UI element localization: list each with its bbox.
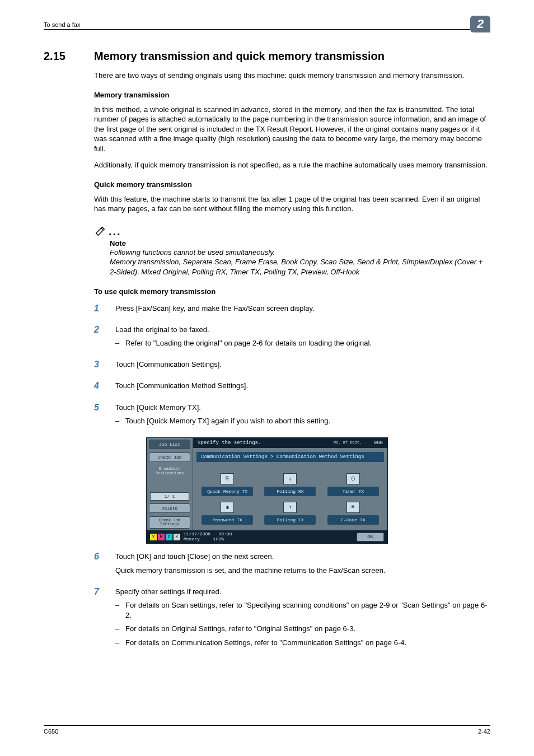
status-time: 00:08 bbox=[218, 531, 232, 536]
breadcrumb: Communication Settings > Communication M… bbox=[196, 451, 384, 462]
toner-y-icon: Y bbox=[150, 534, 157, 540]
prompt-text: Specify the settings. bbox=[198, 440, 261, 446]
step-subitem: For details on Original Settings, refer … bbox=[115, 624, 490, 634]
note-line2: Memory transmission, Separate Scan, Fram… bbox=[110, 257, 490, 277]
step-subitem: For details on Scan settings, refer to "… bbox=[115, 600, 490, 620]
running-header-title: To send a fax bbox=[44, 21, 80, 28]
section-number: 2.15 bbox=[44, 50, 81, 63]
quick-memory-tx-button[interactable]: Quick Memory TX bbox=[202, 487, 253, 496]
step-subitem: Refer to "Loading the original" on page … bbox=[115, 338, 490, 348]
polling-tx-icon: ⇡ bbox=[283, 502, 297, 513]
dest-count-value: 000 bbox=[374, 440, 383, 446]
note-ellipsis-icon: ... bbox=[109, 225, 121, 238]
polling-rx-icon: ⇣ bbox=[283, 473, 297, 484]
dest-count-label: No. of Dest. bbox=[334, 441, 362, 445]
ok-button[interactable]: OK bbox=[357, 533, 384, 542]
timer-tx-icon: ⏲ bbox=[346, 473, 360, 484]
status-memory-label: Memory bbox=[184, 536, 200, 542]
step-text: Press [Fax/Scan] key, and make the Fax/S… bbox=[115, 304, 490, 314]
f-code-tx-icon: ≡ bbox=[346, 502, 360, 513]
step-text: Specify other settings if required. bbox=[115, 587, 490, 597]
check-job-button[interactable]: Check Job bbox=[149, 452, 190, 462]
password-tx-button[interactable]: Password TX bbox=[202, 515, 253, 525]
step-text: Touch [Quick Memory TX]. bbox=[115, 403, 490, 413]
memory-transmission-p1: In this method, a whole original is scan… bbox=[94, 105, 490, 154]
section-intro: There are two ways of sending originals … bbox=[94, 71, 490, 81]
status-date: 11/17/2006 bbox=[184, 531, 210, 536]
step-text: Touch [OK] and touch [Close] on the next… bbox=[115, 552, 490, 562]
memory-transmission-p2: Additionally, if quick memory transmissi… bbox=[94, 160, 490, 170]
polling-tx-button[interactable]: Polling TX bbox=[264, 515, 316, 525]
password-tx-icon: ✱ bbox=[221, 502, 234, 513]
device-screenshot: Job List Check Job Broadcast Destination… bbox=[146, 437, 388, 544]
step-number: 4 bbox=[94, 381, 104, 394]
heading-memory-transmission: Memory transmission bbox=[94, 91, 490, 99]
footer-model: C650 bbox=[44, 728, 58, 735]
step-subitem: Touch [Quick Memory TX] again if you wis… bbox=[115, 416, 490, 426]
quick-memory-transmission-p1: With this feature, the machine starts to… bbox=[94, 194, 490, 214]
toner-m-icon: M bbox=[158, 534, 165, 540]
heading-quick-memory-transmission: Quick memory transmission bbox=[94, 180, 490, 189]
timer-tx-button[interactable]: Timer TX bbox=[327, 487, 379, 496]
toner-levels: Y M C K bbox=[150, 534, 180, 540]
section-title: Memory transmission and quick memory tra… bbox=[94, 50, 385, 63]
step-number: 1 bbox=[94, 304, 104, 317]
job-list-button[interactable]: Job List bbox=[149, 440, 190, 449]
toner-k-icon: K bbox=[174, 534, 180, 540]
toner-c-icon: C bbox=[166, 534, 172, 540]
step-number: 5 bbox=[94, 403, 104, 430]
status-memory-pct: 100% bbox=[213, 536, 224, 542]
note-line1: Following functions cannot be used simul… bbox=[110, 248, 490, 258]
footer-page-number: 2-42 bbox=[478, 728, 490, 735]
note-label: Note bbox=[110, 239, 490, 248]
step-number: 6 bbox=[94, 552, 104, 578]
step-text: Touch [Communication Settings]. bbox=[115, 360, 490, 370]
step-subitem: For details on Communication Settings, r… bbox=[115, 638, 490, 648]
step-text: Touch [Communication Method Settings]. bbox=[115, 381, 490, 391]
polling-rx-button[interactable]: Polling RX bbox=[264, 487, 316, 496]
step-number: 3 bbox=[94, 360, 104, 373]
step-after-text: Quick memory transmission is set, and th… bbox=[115, 566, 490, 576]
broadcast-destinations-label: Broadcast Destinations bbox=[149, 467, 190, 475]
step-number: 2 bbox=[94, 325, 104, 352]
delete-button[interactable]: Delete bbox=[149, 503, 190, 513]
step-number: 7 bbox=[94, 587, 104, 651]
heading-procedure: To use quick memory transmission bbox=[94, 287, 490, 296]
step-text: Load the original to be faxed. bbox=[115, 325, 490, 335]
f-code-tx-button[interactable]: F-Code TX bbox=[327, 515, 379, 525]
check-job-settings-button[interactable]: Check Job Settings bbox=[149, 516, 190, 529]
note-icon bbox=[94, 224, 106, 236]
quick-memory-tx-icon: ⎘ bbox=[221, 473, 234, 484]
page-indicator: 1/ 1 bbox=[150, 492, 189, 501]
chapter-number-badge: 2 bbox=[470, 16, 490, 32]
